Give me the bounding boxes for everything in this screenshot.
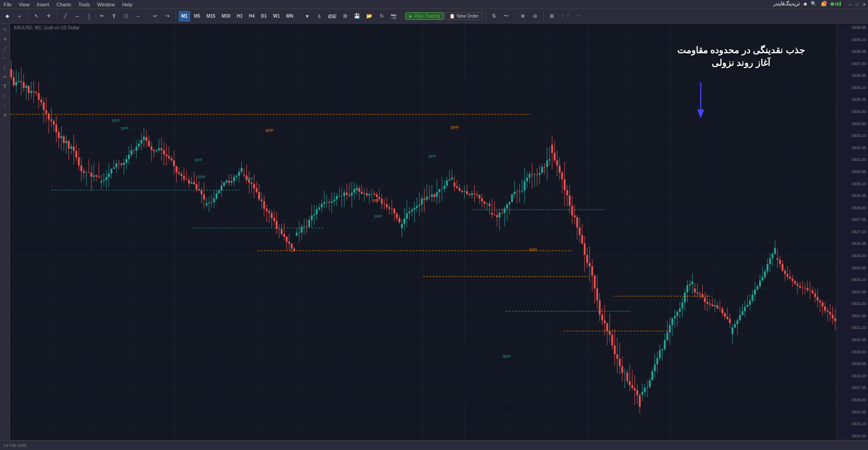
timeframe-m5[interactable]: M5 — [191, 11, 203, 22]
price-label: 2921.85 — [839, 314, 866, 318]
left-rect-button[interactable]: □ — [1, 92, 9, 100]
price-label: 2933.10 — [839, 133, 866, 138]
cursor-button[interactable]: ↖ — [31, 11, 42, 22]
zoom-out-button[interactable]: ⊖ — [530, 11, 541, 22]
shapes-button[interactable]: ⬡ — [121, 11, 132, 22]
minimize-button[interactable]: ─ — [846, 0, 854, 9]
main-toolbar: ◆ + ↖ ✛ ╱ ─ │ ✏ T ⬡ ↔ ↩ ↪ M1 M5 M15 M30 … — [0, 9, 868, 23]
price-label: 2918.10 — [839, 374, 866, 378]
candle-type-button[interactable]: 🕯 — [314, 11, 325, 22]
left-ellipse-button[interactable]: ○ — [1, 101, 9, 109]
price-label: 2915.85 — [839, 410, 866, 414]
redo-button[interactable]: ↪ — [162, 11, 173, 22]
timeframe-mn[interactable]: MN — [283, 11, 296, 22]
pencil-button[interactable]: ✏ — [96, 11, 107, 22]
left-pencil-button[interactable]: ✏ — [1, 73, 9, 81]
menu-item-insert[interactable]: Insert — [37, 2, 49, 7]
window-controls: ─ □ ✕ — [846, 0, 868, 9]
menu-item-view[interactable]: View — [19, 2, 30, 7]
timeframe-m30[interactable]: M30 — [219, 11, 233, 22]
price-label: 2926.35 — [839, 241, 866, 246]
search-icon[interactable]: 🔍 — [811, 1, 817, 7]
menu-item-tools[interactable]: Tools — [78, 2, 90, 7]
price-label: 2918.85 — [839, 361, 866, 366]
separator-1 — [28, 12, 28, 21]
candle-chart — [10, 23, 836, 440]
h-line-button[interactable]: ─ — [72, 11, 83, 22]
separator-4 — [175, 12, 176, 21]
timeframe-m15[interactable]: M15 — [204, 11, 218, 22]
menu-item-window[interactable]: Window — [97, 2, 115, 7]
template-button[interactable]: ⊞ — [340, 11, 350, 22]
maximize-button[interactable]: □ — [854, 0, 861, 9]
algo-trading-button[interactable]: ▶ Algo Trading — [405, 12, 444, 20]
price-axis: 2939.852939.102938.352937.602936.852936.… — [836, 23, 868, 440]
logo-icon: ◆ — [803, 1, 807, 7]
menu-item-file[interactable]: File — [4, 2, 12, 7]
separator-2 — [57, 12, 57, 21]
grid-button[interactable]: ⊞ — [547, 11, 557, 22]
new-order-button[interactable]: 📋 New Order — [445, 12, 482, 20]
menu-item-charts[interactable]: Charts — [57, 2, 71, 7]
timeframe-w1[interactable]: W1 — [270, 11, 283, 22]
status-bar: 14 Feb 2025 — [0, 440, 868, 450]
more-tools-button[interactable]: ⋮⋮ — [559, 11, 572, 22]
separator-8 — [514, 12, 515, 21]
left-cursor-button[interactable]: ↖ — [1, 25, 9, 33]
price-label: 2925.60 — [839, 253, 866, 258]
open-button[interactable]: 📂 — [364, 11, 375, 22]
line-tool-button[interactable]: ╱ — [60, 11, 71, 22]
separator-6 — [402, 12, 402, 21]
price-label: 2936.85 — [839, 73, 866, 78]
chart-area[interactable]: XAUUSD, M1: Gold vs US Dollar جذب نقدینگ… — [10, 23, 868, 440]
timeframe-group: M1 M5 M15 M30 H1 H4 D1 W1 MN — [179, 11, 296, 22]
price-label: 2914.35 — [839, 434, 866, 438]
zoom-in-button[interactable]: ⊕ — [518, 11, 528, 22]
menu-item-help[interactable]: Help — [122, 2, 132, 7]
notification-icon[interactable]: 🔔 1 — [821, 1, 827, 7]
price-label: 2935.35 — [839, 97, 866, 102]
annotation-line2: آغاز روند نزولی — [677, 56, 805, 69]
timeframe-h4[interactable]: H4 — [246, 11, 258, 22]
price-label: 2923.35 — [839, 290, 866, 294]
measures-button[interactable]: ↔ — [133, 11, 144, 22]
left-fib-button[interactable]: ≋ — [1, 111, 9, 119]
price-label: 2920.35 — [839, 338, 866, 342]
price-label: 2930.10 — [839, 182, 866, 186]
depth-button[interactable]: ⇅ — [489, 11, 500, 22]
price-label: 2933.85 — [839, 122, 866, 126]
separator-9 — [543, 12, 544, 21]
close-button[interactable]: ✕ — [861, 0, 868, 9]
refresh-button[interactable]: ↻ — [376, 11, 387, 22]
timeframe-d1[interactable]: D1 — [258, 11, 269, 22]
undo-button[interactable]: ↩ — [150, 11, 160, 22]
left-vline-button[interactable]: │ — [1, 63, 9, 71]
annotation-text: جذب نقدینگی در محدوده مقاومت آغاز روند ن… — [677, 44, 805, 69]
crosshair-button[interactable]: ✛ — [43, 11, 54, 22]
save-template-button[interactable]: 💾 — [352, 11, 363, 22]
timeframe-m1[interactable]: M1 — [179, 11, 190, 22]
price-label: 2936.10 — [839, 85, 866, 90]
price-label: 2927.85 — [839, 217, 866, 222]
extra-button[interactable]: ⋯ — [574, 11, 585, 22]
v-line-button[interactable]: │ — [84, 11, 95, 22]
price-label: 2937.60 — [839, 61, 866, 66]
price-label: 2932.35 — [839, 145, 866, 150]
indicator-button[interactable]: IDE — [326, 11, 338, 22]
timeframe-h1[interactable]: H1 — [234, 11, 245, 22]
price-label: 2921.10 — [839, 325, 866, 330]
left-line-button[interactable]: ╱ — [1, 44, 9, 52]
svg-marker-1 — [697, 109, 704, 118]
logo-small-button[interactable]: ◆ — [2, 11, 13, 22]
chart-view-button[interactable]: 〜 — [501, 11, 512, 22]
chart-type-dropdown[interactable]: ▼ — [302, 11, 313, 22]
screenshot-button[interactable]: 📷 — [388, 11, 399, 22]
text-button[interactable]: T — [108, 11, 119, 22]
left-crosshair-button[interactable]: ✛ — [1, 35, 9, 43]
left-hline-button[interactable]: ─ — [1, 54, 9, 62]
play-icon: ▶ — [409, 14, 413, 19]
new-chart-button[interactable]: + — [14, 11, 25, 22]
price-label: 2929.35 — [839, 193, 866, 198]
left-text-button[interactable]: T — [1, 82, 9, 90]
algo-trading-label: Algo Trading — [415, 14, 440, 19]
